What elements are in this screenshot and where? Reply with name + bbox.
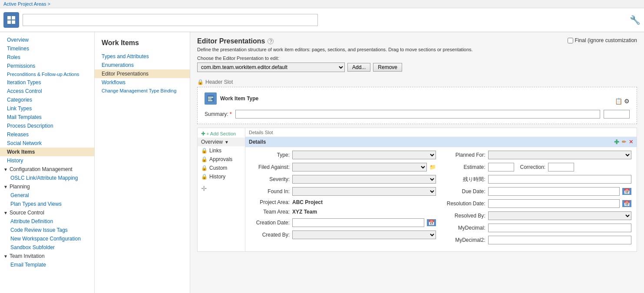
field-duedate-input[interactable]	[488, 187, 620, 196]
field-severity-select[interactable]	[292, 175, 436, 184]
top-right-icon: 🔧	[630, 15, 641, 25]
app-icon	[3, 12, 19, 28]
field-plannedfor-select[interactable]	[488, 151, 632, 159]
summary-input[interactable]	[235, 110, 600, 119]
field-label-type: Type:	[251, 152, 290, 158]
svg-rect-5	[208, 97, 213, 98]
work-item-icon	[205, 92, 217, 105]
field-label-duedate: Due Date:	[446, 188, 485, 194]
sidebar-section-config[interactable]: ▼ Configuration Management	[0, 165, 94, 174]
svg-rect-1	[12, 16, 15, 20]
field-estimate-input[interactable]	[488, 163, 514, 171]
field-mydecimal2-input[interactable]	[488, 236, 632, 244]
sub-nav-overview[interactable]: Overview ▼	[198, 138, 245, 146]
field-creation-input[interactable]	[292, 218, 424, 227]
sidebar-item-overview[interactable]: Overview	[0, 36, 94, 44]
field-filed-browse-icon[interactable]: 📁	[429, 164, 436, 170]
nav-workflows[interactable]: Workflows	[95, 78, 190, 87]
field-label-project: Project Area:	[251, 199, 290, 205]
sidebar-item-workitems[interactable]: Work Items	[0, 148, 94, 156]
nav-editor-presentations[interactable]: Editor Presentations	[95, 69, 190, 78]
field-team-value: XYZ Team	[292, 209, 436, 215]
sidebar-item-permissions[interactable]: Permissions	[0, 62, 94, 70]
sub-nav-custom[interactable]: 🔒Custom	[198, 164, 245, 172]
sidebar-item-history[interactable]: History	[0, 156, 94, 165]
field-label-plannedfor: Planned For:	[446, 152, 485, 158]
field-remaining-input[interactable]	[488, 175, 632, 184]
details-slot-label: Details Slot	[245, 128, 637, 137]
sidebar-item-releases[interactable]: Releases	[0, 130, 94, 139]
field-label-mydecimal: MyDecimal:	[446, 225, 485, 231]
sidebar-item-mail[interactable]: Mail Templates	[0, 113, 94, 122]
final-label: Final (ignore customization	[575, 37, 637, 43]
svg-rect-0	[7, 16, 11, 20]
edit-section-icon[interactable]: ✏	[622, 139, 626, 145]
field-project-value: ABC Project	[292, 199, 436, 205]
field-label-foundin: Found In:	[251, 188, 290, 194]
field-resdate-cal-icon[interactable]: 📅	[622, 200, 631, 207]
sidebar-item-social[interactable]: Social Network	[0, 139, 94, 148]
field-label-createdby: Created By:	[251, 232, 290, 238]
field-label-estimate: Estimate:	[446, 164, 485, 170]
sidebar-item-new-workspace[interactable]: New Workspace Configuration	[3, 234, 94, 243]
header-settings-icon[interactable]: ⚙	[624, 98, 630, 105]
sidebar-item-categories[interactable]: Categories	[0, 95, 94, 104]
summary-extra-input[interactable]	[604, 110, 630, 119]
nav-change-mgmt[interactable]: Change Management Type Binding	[95, 87, 190, 95]
editor-description: Define the presentation structure of wor…	[197, 47, 473, 52]
help-icon[interactable]: ?	[268, 38, 274, 44]
field-createdby-select[interactable]	[292, 230, 436, 239]
final-checkbox[interactable]	[568, 38, 573, 43]
nav-types-attributes[interactable]: Types and Attributes	[95, 52, 190, 61]
sidebar-section-source-control[interactable]: ▼ Source Control	[0, 208, 94, 217]
add-section-btn[interactable]: ✚ + Add Section	[198, 130, 245, 138]
remove-button[interactable]: Remove	[373, 63, 402, 72]
field-label-mydecimal2: MyDecimal2:	[446, 237, 485, 243]
sidebar-section-planning[interactable]: ▼ Planning	[0, 182, 94, 191]
sub-nav-history[interactable]: 🔒History	[198, 172, 245, 181]
summary-label: Summary: *	[205, 111, 232, 117]
field-duedate-cal-icon[interactable]: 📅	[622, 188, 631, 195]
nav-enumerations[interactable]: Enumerations	[95, 61, 190, 69]
project-name-input[interactable]: CCM	[23, 14, 318, 26]
field-resolvedby-select[interactable]	[488, 211, 632, 220]
sidebar-item-plan-types[interactable]: Plan Types and Views	[3, 200, 94, 208]
sidebar-item-access[interactable]: Access Control	[0, 87, 94, 95]
field-correction-input[interactable]	[548, 163, 574, 171]
sidebar-item-code-review[interactable]: Code Review Issue Tags	[3, 226, 94, 234]
field-foundin-select[interactable]	[292, 187, 436, 196]
sidebar-item-email-template[interactable]: Email Template	[3, 260, 94, 269]
sidebar-item-process[interactable]: Process Description	[0, 122, 94, 130]
breadcrumb-link[interactable]: Active Project Areas >	[3, 1, 50, 7]
sidebar-item-roles[interactable]: Roles	[0, 53, 94, 62]
svg-rect-2	[7, 20, 11, 24]
sidebar-item-timelines[interactable]: Timelines	[0, 44, 94, 53]
sub-nav-approvals[interactable]: 🔒Approvals	[198, 155, 245, 164]
field-resdate-input[interactable]	[488, 199, 620, 208]
close-section-icon[interactable]: ✕	[629, 139, 633, 145]
header-copy-icon[interactable]: 📋	[615, 98, 622, 105]
svg-rect-7	[208, 100, 212, 101]
add-section-icon[interactable]: ✚	[614, 138, 619, 145]
field-type-select[interactable]	[292, 151, 436, 159]
field-creation-cal-icon[interactable]: 📅	[427, 219, 436, 226]
field-label-resolvedby: Resolved By:	[446, 213, 485, 219]
add-button[interactable]: Add...	[347, 63, 370, 72]
sidebar-section-team-invitation[interactable]: ▼ Team Invitation	[0, 252, 94, 260]
editor-presentation-select[interactable]: com.ibm.team.workitem.editor.default	[197, 63, 345, 72]
lock-icon-header: 🔒	[197, 79, 204, 85]
sidebar-item-sandbox[interactable]: Sandbox Subfolder	[3, 243, 94, 252]
field-filed-select[interactable]	[292, 163, 427, 171]
field-label-severity: Severity:	[251, 176, 290, 182]
field-mydecimal-input[interactable]	[488, 224, 632, 232]
sidebar-item-attribute-def[interactable]: Attribute Definition	[3, 217, 94, 226]
sidebar-item-iteration[interactable]: Iteration Types	[0, 78, 94, 87]
sidebar-item-linktypes[interactable]: Link Types	[0, 104, 94, 113]
sidebar-item-oslc[interactable]: OSLC Link/Attribute Mapping	[3, 174, 94, 182]
sidebar-item-general[interactable]: General	[3, 191, 94, 200]
field-label-resdate: Resolution Date:	[446, 201, 485, 207]
sidebar-item-preconditions[interactable]: Preconditions & Follow-up Actions	[0, 70, 94, 78]
field-label-team: Team Area:	[251, 209, 290, 215]
field-correction-label: Correction:	[520, 164, 546, 170]
sub-nav-links[interactable]: 🔒Links	[198, 146, 245, 155]
